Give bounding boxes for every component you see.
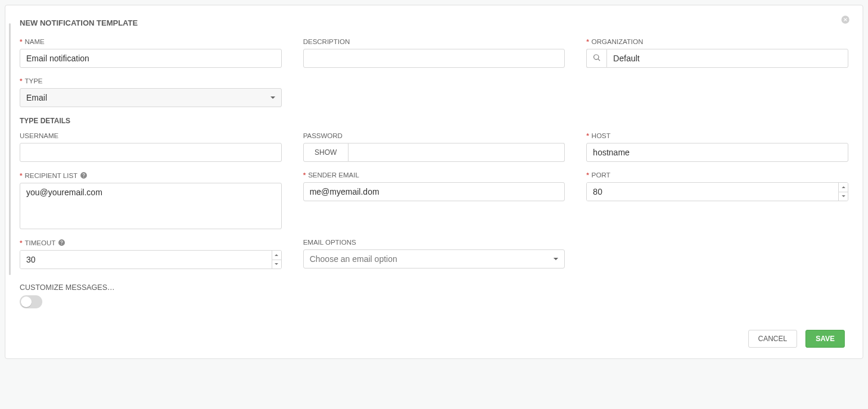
host-input[interactable] [586,143,848,162]
timeout-label: * TIMEOUT [20,239,282,246]
accent-bar [9,23,11,275]
help-icon[interactable] [58,239,66,246]
timeout-label-text: TIMEOUT [24,239,55,246]
type-label: * TYPE [20,77,282,85]
customize-messages-toggle[interactable] [20,295,42,308]
timeout-input[interactable] [20,251,272,268]
description-label: DESCRIPTION [303,38,565,45]
sender-email-label-text: SENDER EMAIL [308,171,359,179]
email-options-label-text: EMAIL OPTIONS [303,239,356,246]
username-label: USERNAME [20,132,282,139]
cancel-button[interactable]: CANCEL [748,330,798,348]
chevron-down-icon [842,195,845,197]
timeout-step-up[interactable] [272,251,281,260]
password-label: PASSWORD [303,132,565,139]
port-step-down[interactable] [839,192,848,201]
required-marker: * [586,38,589,45]
port-input-wrap [586,182,848,201]
recipient-list-input[interactable] [20,183,282,229]
required-marker: * [586,171,589,179]
recipient-list-label-text: RECIPIENT LIST [24,172,77,179]
required-marker: * [20,172,22,179]
close-icon [841,15,850,26]
organization-label-text: ORGANIZATION [592,38,643,45]
port-label: * PORT [586,171,848,179]
name-label-text: NAME [24,38,44,45]
port-input[interactable] [587,183,838,201]
email-options-placeholder: Choose an email option [310,254,397,264]
name-input[interactable] [20,49,282,68]
password-label-text: PASSWORD [303,132,343,139]
name-label: * NAME [20,38,282,45]
type-details-header: TYPE DETAILS [20,117,848,125]
required-marker: * [586,132,589,139]
timeout-step-down[interactable] [272,260,281,269]
caret-down-icon [270,96,275,99]
type-label-text: TYPE [24,77,42,85]
caret-down-icon [553,258,558,260]
help-icon[interactable] [80,171,88,179]
save-button[interactable]: SAVE [805,330,845,348]
search-icon [593,54,601,64]
username-input[interactable] [20,143,282,162]
port-label-text: PORT [592,171,611,179]
organization-input[interactable] [606,49,848,68]
close-button[interactable] [840,15,851,26]
password-input[interactable] [349,143,565,162]
email-options-select[interactable]: Choose an email option [303,249,565,268]
email-options-label: EMAIL OPTIONS [303,239,565,246]
type-select-value: Email [26,92,47,103]
required-marker: * [20,239,22,246]
organization-lookup-button[interactable] [586,49,606,68]
chevron-up-icon [842,186,845,188]
required-marker: * [303,171,306,179]
required-marker: * [20,77,22,85]
type-select[interactable]: Email [20,88,282,107]
show-password-button[interactable]: SHOW [303,143,349,162]
sender-email-label: * SENDER EMAIL [303,171,565,179]
chevron-down-icon [275,263,278,265]
timeout-input-wrap [20,250,282,269]
username-label-text: USERNAME [20,132,58,139]
notification-template-panel: NEW NOTIFICATION TEMPLATE * NAME DESCRIP… [5,5,863,359]
host-label: * HOST [586,132,848,139]
chevron-up-icon [275,254,278,256]
required-marker: * [20,38,22,45]
host-label-text: HOST [592,132,611,139]
toggle-knob [21,296,32,307]
recipient-list-label: * RECIPIENT LIST [20,171,282,179]
description-label-text: DESCRIPTION [303,38,350,45]
description-input[interactable] [303,49,565,68]
port-step-up[interactable] [839,183,848,192]
panel-title: NEW NOTIFICATION TEMPLATE [20,18,848,27]
sender-email-input[interactable] [303,182,565,201]
customize-messages-label: CUSTOMIZE MESSAGES… [20,283,848,292]
organization-label: * ORGANIZATION [586,38,848,45]
